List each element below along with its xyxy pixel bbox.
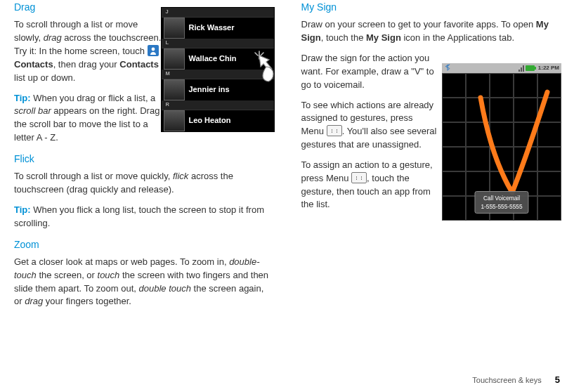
mysign-text-block: Draw the sign for the action you want. F… (301, 52, 438, 211)
txt: double touch (139, 283, 191, 294)
txt: Contacts (119, 59, 159, 70)
index-letter: J (162, 8, 274, 17)
page: Drag To scroll through a list or move sl… (0, 0, 574, 392)
signal-icon (518, 65, 524, 72)
txt: list up or down. (14, 72, 75, 83)
drag-text-block: To scroll through a list or move slowly,… (14, 18, 162, 145)
status-right: 1:22 PM (518, 64, 559, 72)
mysign-p2: Draw the sign for the action you want. F… (301, 52, 438, 92)
list-item: Rick Wasser (162, 17, 274, 39)
txt: touch (98, 270, 120, 280)
contact-name: Jennier ins (189, 84, 230, 96)
svg-rect-1 (526, 65, 535, 71)
txt: drag (44, 32, 62, 43)
index-letter: R (162, 100, 274, 110)
tip-label: Tip: (14, 93, 31, 103)
contact-name: Leo Heaton (189, 115, 231, 126)
avatar (164, 79, 185, 100)
zoom-p: Get a closer look at maps or web pages. … (14, 256, 273, 308)
txt: Draw on your screen to get to your favor… (301, 19, 536, 30)
txt: scroll bar (14, 105, 51, 116)
flick-tip: Tip: When you flick a long list, touch t… (14, 204, 273, 230)
txt: , touch the (321, 32, 366, 43)
flick-heading: Flick (14, 152, 273, 166)
txt: , then drag your (53, 59, 120, 70)
footer-section: Touchscreen & keys (472, 376, 541, 384)
txt: icon in the Applications tab. (401, 32, 514, 43)
contact-name: Rick Wasser (189, 22, 235, 34)
hand-icon (245, 46, 285, 85)
contacts-screenshot: J Rick Wasser L Wallace Chin M Jennier i… (161, 7, 280, 119)
menu-icon (327, 125, 342, 136)
contacts-icon (148, 45, 159, 56)
left-column: Drag To scroll through a list or move sl… (0, 0, 287, 392)
svg-point-0 (151, 48, 155, 51)
menu-icon (351, 172, 367, 183)
txt: your fingers together. (43, 296, 131, 306)
txt: the screen, or (37, 270, 98, 280)
page-number: 5 (555, 374, 560, 385)
zoom-heading: Zoom (14, 237, 273, 251)
gesture-grid: Call Voicemail 1-555-555-5555 (442, 73, 561, 221)
flick-p1: To scroll through a list or move quickly… (14, 170, 273, 197)
battery-icon (526, 65, 537, 72)
status-bar: 1:22 PM (442, 63, 561, 73)
drag-p1: To scroll through a list or move slowly,… (14, 18, 162, 84)
mysign-heading: My Sign (301, 0, 561, 14)
txt: When you drag or flick a list, a (31, 93, 156, 103)
list-item: Leo Heaton (162, 110, 274, 131)
txt: My Sign (366, 32, 401, 43)
status-time: 1:22 PM (538, 64, 559, 72)
contacts-label: Contacts (14, 59, 53, 70)
contact-name: Wallace Chin (189, 53, 237, 65)
txt: When you flick a long list, touch the sc… (14, 204, 264, 228)
tip-label: Tip: (14, 204, 31, 215)
avatar (164, 18, 185, 39)
txt: drag (25, 296, 43, 306)
flick-section: Flick To scroll through a list or move q… (14, 152, 273, 230)
txt: flick (173, 171, 188, 181)
mysign-p1: Draw on your screen to get to your favor… (301, 18, 561, 45)
txt: Get a closer look at maps or web pages. … (14, 256, 229, 267)
avatar (164, 48, 185, 70)
avatar (164, 110, 185, 131)
mysign-p3: To see which actions are already assigne… (301, 99, 438, 152)
svg-rect-2 (535, 67, 536, 70)
mysign-p4: To assign an action to a gesture, press … (301, 159, 438, 211)
txt: To scroll through a list or move quickly… (14, 171, 173, 181)
drag-tip: Tip: When you drag or flick a list, a sc… (14, 92, 162, 145)
right-column: My Sign Draw on your screen to get to yo… (287, 0, 575, 392)
footer: Touchscreen & keys 5 (472, 374, 560, 385)
mysign-screenshot: 1:22 PM (442, 63, 561, 221)
